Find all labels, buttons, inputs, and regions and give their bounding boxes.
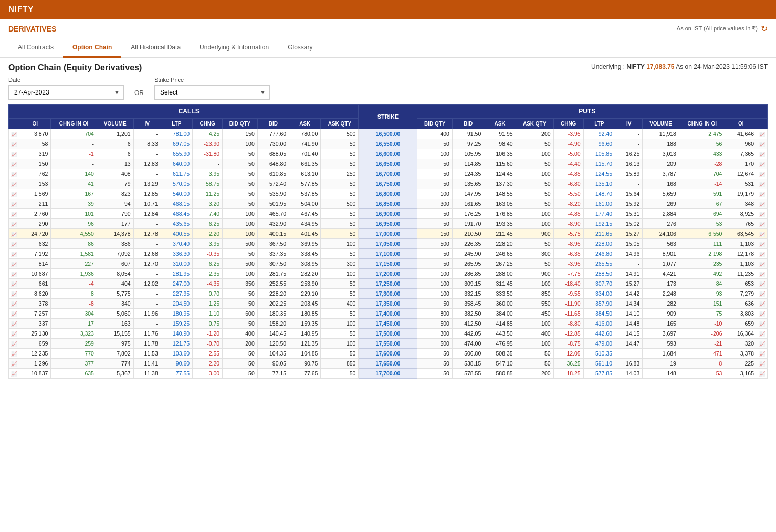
call-chart-icon[interactable]: 📈 [9,289,19,299]
put-ltp[interactable]: 192.15 [583,219,615,229]
strike-price[interactable]: 16,950.00 [359,219,417,229]
call-ltp[interactable]: 468.15 [161,199,192,209]
call-chart-icon[interactable]: 📈 [9,139,19,149]
put-chart-icon[interactable]: 📈 [757,209,768,219]
strike-price[interactable]: 17,100.00 [359,249,417,259]
strike-price[interactable]: 16,500.00 [359,129,417,139]
strike-price[interactable]: 16,900.00 [359,209,417,219]
put-chart-icon[interactable]: 📈 [757,309,768,319]
strike-price[interactable]: 16,750.00 [359,179,417,189]
strike-price[interactable]: 17,300.00 [359,289,417,299]
strike-price[interactable]: 17,450.00 [359,319,417,329]
call-ltp[interactable]: 159.25 [161,319,192,329]
strike-price[interactable]: 17,150.00 [359,259,417,269]
put-ltp[interactable]: 115.70 [583,159,615,169]
call-chart-icon[interactable]: 📈 [9,369,19,379]
call-chart-icon[interactable]: 📈 [9,359,19,369]
call-chart-icon[interactable]: 📈 [9,249,19,259]
put-chart-icon[interactable]: 📈 [757,319,768,329]
put-chart-icon[interactable]: 📈 [757,219,768,229]
call-ltp[interactable]: 697.05 [161,139,192,149]
tab-glossary[interactable]: Glossary [278,38,322,58]
call-ltp[interactable]: 655.90 [161,149,192,159]
call-ltp[interactable]: 570.05 [161,179,192,189]
call-chart-icon[interactable]: 📈 [9,239,19,249]
put-ltp[interactable]: 177.40 [583,209,615,219]
call-ltp[interactable]: 77.55 [161,369,192,379]
call-chart-icon[interactable]: 📈 [9,209,19,219]
call-chart-icon[interactable]: 📈 [9,269,19,279]
strike-price[interactable]: 17,550.00 [359,339,417,349]
put-chart-icon[interactable]: 📈 [757,249,768,259]
strike-price[interactable]: 17,050.00 [359,239,417,249]
tab-option-chain[interactable]: Option Chain [63,38,121,58]
put-ltp[interactable]: 479.00 [583,339,615,349]
call-chart-icon[interactable]: 📈 [9,349,19,359]
put-ltp[interactable]: 307.70 [583,279,615,289]
put-ltp[interactable]: 357.90 [583,299,615,309]
strike-price[interactable]: 17,000.00 [359,229,417,239]
call-chart-icon[interactable]: 📈 [9,169,19,179]
put-ltp[interactable]: 96.60 [583,139,615,149]
put-chart-icon[interactable]: 📈 [757,159,768,169]
date-select[interactable]: 27-Apr-2023 [8,85,124,100]
call-chart-icon[interactable]: 📈 [9,229,19,239]
call-chart-icon[interactable]: 📈 [9,179,19,189]
put-chart-icon[interactable]: 📈 [757,269,768,279]
strike-price[interactable]: 16,650.00 [359,159,417,169]
tab-historical-data[interactable]: All Historical Data [121,38,190,58]
call-chart-icon[interactable]: 📈 [9,259,19,269]
put-chart-icon[interactable]: 📈 [757,329,768,339]
call-chart-icon[interactable]: 📈 [9,189,19,199]
put-chart-icon[interactable]: 📈 [757,299,768,309]
put-ltp[interactable]: 510.35 [583,349,615,359]
call-chart-icon[interactable]: 📈 [9,199,19,209]
strike-price[interactable]: 17,650.00 [359,359,417,369]
strike-price[interactable]: 17,500.00 [359,329,417,339]
put-ltp[interactable]: 384.50 [583,309,615,319]
call-chart-icon[interactable]: 📈 [9,309,19,319]
put-ltp[interactable]: 334.00 [583,289,615,299]
refresh-icon[interactable]: ↻ [761,24,768,34]
strike-price[interactable]: 17,200.00 [359,269,417,279]
put-ltp[interactable]: 124.55 [583,169,615,179]
call-ltp[interactable]: 204.50 [161,299,192,309]
put-chart-icon[interactable]: 📈 [757,229,768,239]
put-ltp[interactable]: 228.00 [583,239,615,249]
put-ltp[interactable]: 288.50 [583,269,615,279]
put-chart-icon[interactable]: 📈 [757,239,768,249]
put-chart-icon[interactable]: 📈 [757,359,768,369]
call-ltp[interactable]: 227.95 [161,289,192,299]
put-ltp[interactable]: 105.85 [583,149,615,159]
call-chart-icon[interactable]: 📈 [9,129,19,139]
call-ltp[interactable]: 180.95 [161,309,192,319]
strike-price[interactable]: 16,850.00 [359,199,417,209]
strike-price[interactable]: 16,550.00 [359,139,417,149]
strike-price[interactable]: 17,250.00 [359,279,417,289]
call-ltp[interactable]: 435.65 [161,219,192,229]
put-chart-icon[interactable]: 📈 [757,339,768,349]
call-chart-icon[interactable]: 📈 [9,219,19,229]
call-ltp[interactable]: 281.95 [161,269,192,279]
put-ltp[interactable]: 246.80 [583,249,615,259]
strike-price[interactable]: 16,600.00 [359,149,417,159]
call-ltp[interactable]: 140.90 [161,329,192,339]
strike-price[interactable]: 16,700.00 [359,169,417,179]
put-chart-icon[interactable]: 📈 [757,199,768,209]
put-chart-icon[interactable]: 📈 [757,369,768,379]
strike-price[interactable]: 17,350.00 [359,299,417,309]
put-ltp[interactable]: 148.70 [583,189,615,199]
put-chart-icon[interactable]: 📈 [757,169,768,179]
put-chart-icon[interactable]: 📈 [757,279,768,289]
call-ltp[interactable]: 540.00 [161,189,192,199]
call-chart-icon[interactable]: 📈 [9,299,19,309]
put-chart-icon[interactable]: 📈 [757,189,768,199]
call-ltp[interactable]: 370.40 [161,239,192,249]
call-chart-icon[interactable]: 📈 [9,329,19,339]
call-chart-icon[interactable]: 📈 [9,149,19,159]
put-ltp[interactable]: 577.85 [583,369,615,379]
put-ltp[interactable]: 265.55 [583,259,615,269]
strike-price[interactable]: 17,400.00 [359,309,417,319]
tab-all-contracts[interactable]: All Contracts [8,38,63,58]
put-ltp[interactable]: 211.65 [583,229,615,239]
